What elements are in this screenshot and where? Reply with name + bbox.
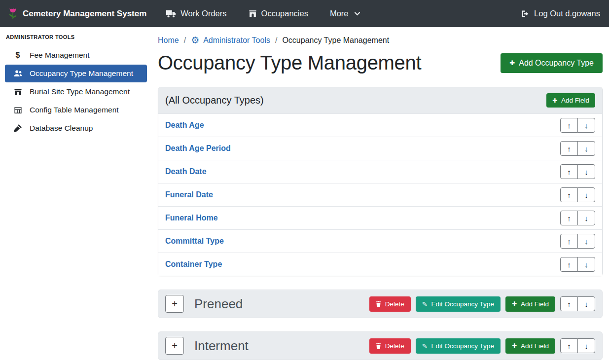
edit-occupancy-type-button[interactable]: ✎ Edit Occupancy Type: [416, 296, 501, 312]
arrow-down-icon: ↓: [584, 342, 588, 350]
tombstone-icon: [12, 88, 23, 96]
move-up-button[interactable]: ↑: [560, 257, 578, 272]
reorder-group: ↑ ↓: [560, 234, 595, 249]
plus-icon: +: [172, 298, 178, 310]
move-up-button[interactable]: ↑: [560, 118, 578, 133]
move-up-button[interactable]: ↑: [560, 338, 578, 353]
sidebar-item-database-cleanup[interactable]: Database Cleanup: [5, 119, 147, 137]
arrow-up-icon: ↑: [567, 121, 571, 130]
sidebar-heading: ADMINISTRATOR TOOLS: [5, 34, 147, 46]
move-down-button[interactable]: ↓: [577, 187, 595, 202]
field-link[interactable]: Funeral Home: [165, 214, 218, 222]
add-field-button[interactable]: ✚ Add Field: [546, 93, 595, 108]
field-row: Container Type ↑ ↓: [158, 253, 602, 276]
move-down-button[interactable]: ↓: [577, 211, 595, 225]
title-row: Occupancy Type Management ✚ Add Occupanc…: [158, 52, 603, 74]
plus-icon: +: [172, 340, 178, 352]
expand-button[interactable]: +: [165, 337, 184, 355]
nav-work-orders[interactable]: Work Orders: [166, 9, 226, 18]
breadcrumb-separator: /: [184, 36, 186, 45]
move-up-button[interactable]: ↑: [560, 164, 578, 179]
field-row: Death Age ↑ ↓: [158, 113, 602, 137]
trash-icon: [376, 301, 381, 307]
truck-icon: [166, 9, 176, 18]
sidebar-item-occupancy-type-management[interactable]: Occupancy Type Management: [5, 65, 147, 82]
users-icon: [12, 70, 23, 77]
move-down-button[interactable]: ↓: [577, 141, 595, 156]
delete-button[interactable]: Delete: [369, 296, 411, 312]
sidebar-item-label: Fee Management: [30, 51, 90, 60]
breadcrumb-separator: /: [275, 36, 277, 45]
logout-link[interactable]: Log Out d.gowans: [521, 9, 600, 18]
move-up-button[interactable]: ↑: [560, 141, 578, 156]
add-field-label: Add Field: [521, 342, 549, 350]
move-down-button[interactable]: ↓: [577, 118, 595, 133]
main-content: Home / ⚙ Administrator Tools / Occupancy…: [152, 27, 609, 364]
field-link[interactable]: Death Date: [165, 167, 207, 176]
plus-icon: ✚: [509, 60, 515, 66]
edit-label: Edit Occupancy Type: [431, 300, 494, 308]
add-field-button[interactable]: ✚ Add Field: [505, 338, 555, 354]
reorder-group: ↑ ↓: [560, 164, 595, 179]
field-link[interactable]: Container Type: [165, 260, 222, 269]
move-up-button[interactable]: ↑: [560, 296, 578, 311]
move-up-button[interactable]: ↑: [560, 234, 578, 249]
edit-label: Edit Occupancy Type: [431, 342, 494, 350]
move-down-button[interactable]: ↓: [577, 296, 595, 311]
move-down-button[interactable]: ↓: [577, 164, 595, 179]
reorder-group: ↑ ↓: [560, 187, 595, 202]
add-occupancy-type-button[interactable]: ✚ Add Occupancy Type: [501, 53, 603, 73]
arrow-up-icon: ↑: [567, 300, 571, 308]
section-title: Interment: [194, 338, 249, 354]
expand-button[interactable]: +: [165, 295, 184, 313]
plus-icon: ✚: [512, 301, 517, 307]
app-title: Cemetery Management System: [23, 9, 146, 19]
field-link[interactable]: Death Age: [165, 121, 204, 130]
breadcrumb: Home / ⚙ Administrator Tools / Occupancy…: [158, 36, 603, 45]
field-row: Funeral Home ↑ ↓: [158, 206, 602, 229]
add-field-button[interactable]: ✚ Add Field: [505, 296, 555, 312]
dollar-icon: $: [12, 51, 23, 60]
nav-more[interactable]: More: [330, 9, 360, 18]
breadcrumb-admin-tools-label: Administrator Tools: [203, 36, 270, 45]
breadcrumb-admin-tools-link[interactable]: ⚙ Administrator Tools: [191, 36, 270, 45]
move-up-button[interactable]: ↑: [560, 187, 578, 202]
sidebar-item-label: Occupancy Type Management: [30, 69, 133, 78]
move-down-button[interactable]: ↓: [577, 338, 595, 353]
field-link[interactable]: Funeral Date: [165, 190, 213, 199]
delete-button[interactable]: Delete: [369, 338, 411, 354]
logout-icon: [521, 10, 530, 18]
arrow-up-icon: ↑: [567, 168, 571, 176]
move-up-button[interactable]: ↑: [560, 211, 578, 225]
field-row: Committal Type ↑ ↓: [158, 229, 602, 253]
arrow-down-icon: ↓: [584, 121, 588, 130]
reorder-group: ↑ ↓: [560, 296, 595, 311]
all-occupancy-types-card: (All Occupancy Types) ✚ Add Field Death …: [158, 87, 603, 276]
sidebar-item-burial-site-type-management[interactable]: Burial Site Type Management: [5, 83, 147, 101]
nav-occupancies[interactable]: Occupancies: [249, 9, 308, 18]
sidebar-item-label: Burial Site Type Management: [30, 87, 130, 96]
arrow-down-icon: ↓: [584, 237, 588, 246]
edit-occupancy-type-button[interactable]: ✎ Edit Occupancy Type: [416, 338, 501, 354]
app-brand[interactable]: Cemetery Management System: [8, 7, 146, 21]
section-actions: Delete ✎ Edit Occupancy Type ✚ Add Field…: [369, 338, 595, 354]
sidebar-item-config-table-management[interactable]: Config Table Management: [5, 101, 147, 119]
all-occupancy-types-header: (All Occupancy Types) ✚ Add Field: [158, 87, 602, 113]
archway-icon: [249, 9, 257, 18]
arrow-up-icon: ↑: [567, 145, 571, 153]
move-down-button[interactable]: ↓: [577, 257, 595, 272]
trash-icon: [376, 343, 381, 349]
pencil-icon: ✎: [422, 343, 428, 349]
reorder-group: ↑ ↓: [560, 211, 595, 225]
field-link[interactable]: Death Age Period: [165, 144, 231, 153]
page-title: Occupancy Type Management: [158, 52, 421, 74]
sidebar-item-fee-management[interactable]: $ Fee Management: [5, 46, 147, 64]
sidebar-item-label: Config Table Management: [30, 106, 119, 114]
arrow-up-icon: ↑: [567, 191, 571, 199]
field-row: Death Age Period ↑ ↓: [158, 137, 602, 160]
arrow-down-icon: ↓: [584, 260, 588, 269]
arrow-up-icon: ↑: [567, 214, 571, 222]
move-down-button[interactable]: ↓: [577, 234, 595, 249]
field-link[interactable]: Committal Type: [165, 237, 224, 246]
breadcrumb-home-link[interactable]: Home: [158, 36, 179, 45]
